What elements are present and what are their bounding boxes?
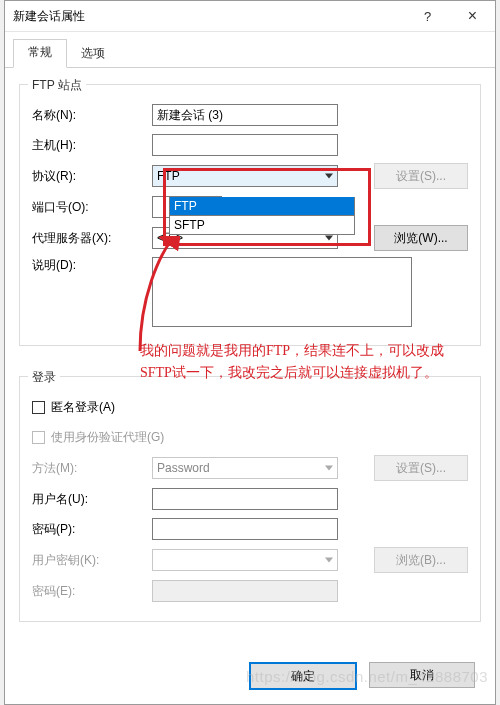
protocol-option-sftp[interactable]: SFTP <box>169 216 355 235</box>
label-name: 名称(N): <box>32 107 152 124</box>
chevron-down-icon <box>325 558 333 563</box>
userkey-browse-button: 浏览(B)... <box>374 547 468 573</box>
label-username: 用户名(U): <box>32 491 152 508</box>
checkbox-box-icon <box>32 401 45 414</box>
label-method: 方法(M): <box>32 460 152 477</box>
checkbox-use-auth-agent: 使用身份验证代理(G) <box>32 429 164 446</box>
tab-general[interactable]: 常规 <box>13 39 67 68</box>
titlebar: 新建会话属性 ? × <box>5 1 495 32</box>
select-method-value: Password <box>157 461 210 475</box>
tab-bar: 常规 选项 <box>5 32 495 68</box>
ok-button[interactable]: 确定 <box>249 662 357 690</box>
dialog-window: 新建会话属性 ? × 常规 选项 FTP 站点 名称(N): 主机(H): <box>4 0 496 705</box>
label-proxy: 代理服务器(X): <box>32 230 152 247</box>
label-port: 端口号(O): <box>32 199 152 216</box>
checkbox-anonymous[interactable]: 匿名登录(A) <box>32 399 115 416</box>
protocol-settings-button: 设置(S)... <box>374 163 468 189</box>
input-name[interactable] <box>152 104 338 126</box>
input-description[interactable] <box>152 257 412 327</box>
checkbox-box-icon <box>32 431 45 444</box>
close-button[interactable]: × <box>450 1 495 31</box>
input-password[interactable] <box>152 518 338 540</box>
proxy-browse-button[interactable]: 浏览(W)... <box>374 225 468 251</box>
label-use-auth-agent: 使用身份验证代理(G) <box>51 429 164 446</box>
group-login-legend: 登录 <box>28 369 60 386</box>
label-description: 说明(D): <box>32 257 152 274</box>
method-settings-button: 设置(S)... <box>374 455 468 481</box>
group-login: 登录 匿名登录(A) 使用身份验证代理(G) 方法(M): Password <box>19 376 481 622</box>
footer-buttons: 确定 取消 <box>249 662 475 690</box>
label-passphrase: 密码(E): <box>32 583 152 600</box>
select-method: Password <box>152 457 338 479</box>
input-host[interactable] <box>152 134 338 156</box>
help-button[interactable]: ? <box>405 1 450 31</box>
label-host: 主机(H): <box>32 137 152 154</box>
label-protocol: 协议(R): <box>32 168 152 185</box>
label-anonymous: 匿名登录(A) <box>51 399 115 416</box>
cancel-button[interactable]: 取消 <box>369 662 475 688</box>
protocol-dropdown-list: FTP SFTP <box>169 197 355 235</box>
protocol-option-ftp[interactable]: FTP <box>169 197 355 216</box>
label-password: 密码(P): <box>32 521 152 538</box>
select-userkey <box>152 549 338 571</box>
tab-options[interactable]: 选项 <box>67 41 119 68</box>
chevron-down-icon <box>325 466 333 471</box>
label-userkey: 用户密钥(K): <box>32 552 152 569</box>
input-username[interactable] <box>152 488 338 510</box>
input-passphrase <box>152 580 338 602</box>
group-ftp-legend: FTP 站点 <box>28 77 86 94</box>
window-title: 新建会话属性 <box>5 8 405 25</box>
